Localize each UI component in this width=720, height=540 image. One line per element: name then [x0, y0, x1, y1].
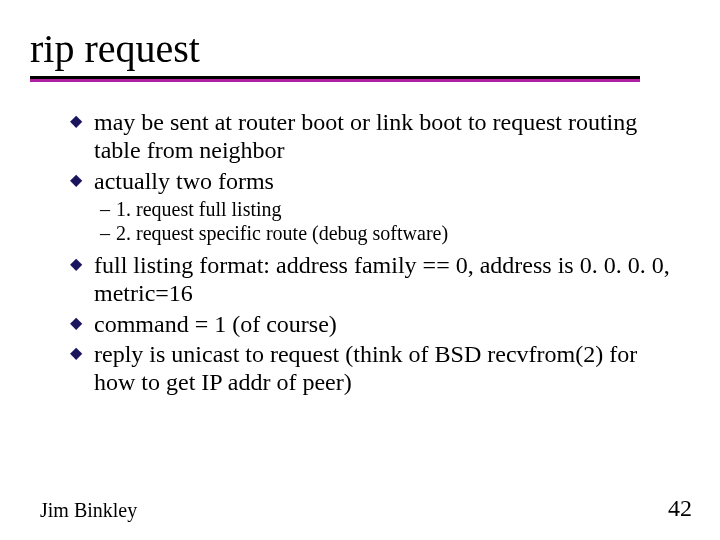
bullet-item: may be sent at router boot or link boot … [70, 108, 670, 165]
bullet-item: reply is unicast to request (think of BS… [70, 340, 670, 397]
title-accent-line [30, 79, 640, 82]
bullet-item: full listing format: address family == 0… [70, 251, 670, 308]
sub-bullet-list: 1. request full listing 2. request speci… [70, 197, 670, 245]
sub-bullet-item: 1. request full listing [100, 197, 670, 221]
bullet-item: actually two forms [70, 167, 670, 195]
title-block: rip request [30, 28, 640, 82]
footer-page-number: 42 [668, 495, 692, 522]
bullet-item: command = 1 (of course) [70, 310, 670, 338]
slide: rip request may be sent at router boot o… [0, 0, 720, 540]
bullet-list: full listing format: address family == 0… [70, 251, 670, 397]
sub-bullet-item: 2. request specific route (debug softwar… [100, 221, 670, 245]
slide-title: rip request [30, 28, 640, 70]
footer-author: Jim Binkley [40, 499, 137, 522]
slide-body: may be sent at router boot or link boot … [70, 108, 670, 399]
bullet-list: may be sent at router boot or link boot … [70, 108, 670, 195]
